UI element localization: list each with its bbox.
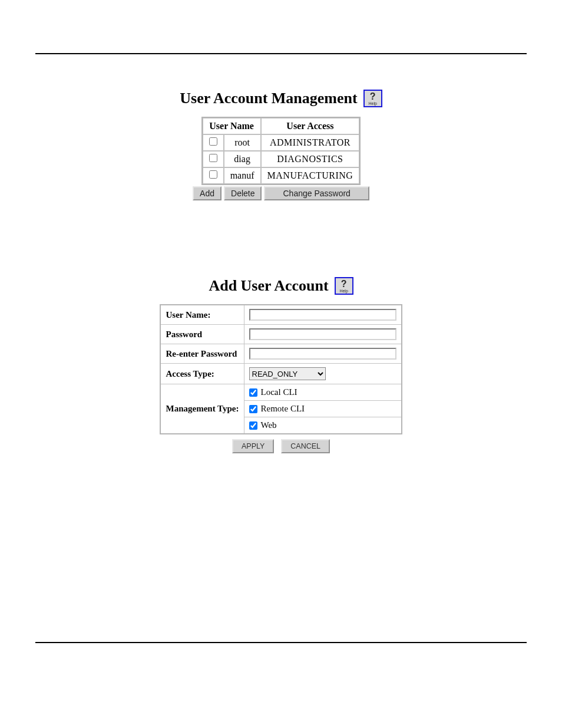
mgmt-option-label: Remote CLI [261,404,305,414]
mgmt-option-row: Remote CLI [244,401,401,417]
column-header-username: User Name [203,118,261,134]
mgmt-option-label: Local CLI [261,387,297,397]
apply-button[interactable]: APPLY [232,439,274,453]
label-username: User Name: [160,305,244,325]
help-button-section2[interactable]: ? Help [335,277,353,295]
cancel-button[interactable]: CANCEL [281,439,330,453]
mgmt-web-checkbox[interactable] [249,421,257,430]
label-access-type: Access Type: [160,364,244,384]
reenter-password-input[interactable] [249,348,396,360]
add-button[interactable]: Add [193,186,222,200]
help-icon: ? [341,279,347,289]
add-user-form: User Name: Password Re-enter Password Ac… [160,304,402,434]
row-select-checkbox[interactable] [209,154,217,162]
form-buttons-row: APPLY CANCEL [232,439,330,453]
row-useraccess: MANUFACTURING [261,167,360,184]
top-divider [35,53,527,54]
user-list-table: User Name User Access root ADMINISTRATOR… [201,117,361,185]
row-select-checkbox[interactable] [209,170,217,179]
row-select-checkbox[interactable] [209,137,217,146]
mgmt-option-row: Web [244,417,401,433]
table-row: manuf MANUFACTURING [203,167,360,184]
mgmt-local-cli-checkbox[interactable] [249,388,257,397]
section2-title: Add User Account [209,277,328,295]
password-input[interactable] [249,328,396,340]
username-input[interactable] [249,309,396,321]
help-icon-label: Help [368,101,376,106]
delete-button[interactable]: Delete [224,186,262,200]
mgmt-option-label: Web [261,420,277,430]
bottom-divider [35,642,527,643]
row-useraccess: ADMINISTRATOR [261,134,360,151]
row-username: manuf [224,167,261,184]
add-user-account-section: Add User Account ? Help User Name: Passw… [35,277,527,453]
label-management-type: Management Type: [160,384,244,434]
row-username: root [224,134,261,151]
table-row: root ADMINISTRATOR [203,134,360,151]
label-reenter-password: Re-enter Password [160,344,244,364]
row-useraccess: DIAGNOSTICS [261,151,360,167]
mgmt-remote-cli-checkbox[interactable] [249,405,257,413]
table-header-row: User Name User Access [203,118,360,134]
user-account-management-section: User Account Management ? Help User Name… [35,90,527,200]
change-password-button[interactable]: Change Password [264,186,369,200]
mgmt-option-row: Local CLI [244,384,401,401]
section1-title: User Account Management [180,90,357,107]
table-row: diag DIAGNOSTICS [203,151,360,167]
row-username: diag [224,151,261,167]
help-button-section1[interactable]: ? Help [363,90,382,107]
access-type-select[interactable]: READ_ONLY [249,367,326,380]
help-icon-label: Help [339,289,348,293]
help-icon: ? [370,92,376,101]
column-header-useraccess: User Access [261,118,360,134]
user-table-buttons: Add Delete Change Password [193,186,369,200]
label-password: Password [160,325,244,344]
